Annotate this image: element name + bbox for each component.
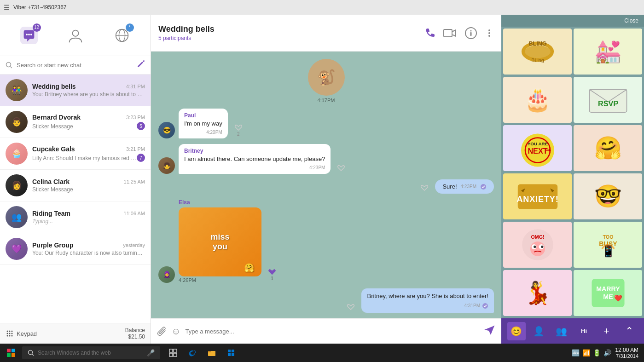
svg-rect-68 [228,353,231,356]
nav-contacts[interactable] [62,22,89,49]
sticker-collapse-button[interactable]: ⌃ [620,322,638,340]
sticker-cake[interactable]: 🎂 [503,77,572,123]
chat-item-celina[interactable]: 👩 Celina Clark 11:25 AM Sticker Message [0,170,151,201]
svg-point-26 [488,35,490,37]
taskbar-right: 🔤 📶 🔋 🔊 12:00 AM 7/31/2014 [572,347,642,359]
close-sticker-panel-button[interactable]: Close [624,17,638,24]
sticker-grid: BLING BLing 💒 🎂 RSVP [501,27,644,318]
avatar: 👫 [6,79,28,101]
call-button[interactable] [424,27,436,39]
taskbar-volume-icon: 🔊 [603,349,611,356]
chat-item-wedding-bells[interactable]: 👫 Wedding bells 4:31 PM You: Britney whe… [0,75,151,106]
app-container: 12 * [0,15,644,344]
chat-item-bernard[interactable]: 👨 Bernard Dvorak 3:23 PM Sticker Message… [0,106,151,138]
explore-badge: * [126,23,134,32]
svg-rect-67 [232,350,234,352]
menu-icon[interactable]: ☰ [4,4,10,11]
send-button[interactable] [483,323,496,339]
sticker-yay[interactable]: 💒 [574,29,642,75]
balance-display: Balance $21.50 [125,327,145,340]
info-button[interactable] [464,27,477,40]
sticker-too-busy[interactable]: TOO BUSY 📱 [574,222,642,268]
message-input[interactable] [185,328,478,335]
taskbar-file-explorer[interactable] [203,344,221,362]
clock-time: 12:00 AM [615,347,638,353]
like-icon[interactable] [268,268,276,276]
svg-text:YOU ARE: YOU ARE [527,141,548,146]
svg-point-19 [12,335,13,337]
chat-item-cupcake[interactable]: 🧁 Cupcake Gals 3:21 PM Lilly Ann: Should… [0,138,151,170]
chat-preview: Lilly Ann: Should I make my famous red v… [32,155,137,161]
more-options-button[interactable] [485,29,494,38]
start-button[interactable] [2,344,20,362]
nav-chats[interactable]: 12 [15,22,43,49]
avatar: 🧁 [6,143,28,165]
svg-point-15 [9,333,11,334]
attach-button[interactable] [157,326,167,336]
like-count: 1 [271,276,273,281]
taskbar-task-view[interactable] [164,344,182,362]
like-button[interactable] [420,184,429,192]
svg-text:📱: 📱 [601,244,615,258]
chat-preview: Sticker Message [32,186,145,193]
svg-line-9 [11,66,12,68]
balance-label: Balance [125,327,145,333]
chat-unread-badge: 7 [137,154,145,162]
chat-preview: Sticker Message [32,123,73,130]
chat-time: 3:23 PM [126,115,145,120]
chat-area: Wedding bells 5 participants [151,15,501,344]
taskbar-mic-icon[interactable]: 🎤 [147,349,155,356]
sticker-omg[interactable]: OMG! [503,222,572,268]
svg-text:MARRY: MARRY [596,285,620,293]
sticker-tab-2[interactable]: 👤 [530,322,548,340]
video-call-button[interactable] [443,28,457,39]
svg-point-11 [7,331,8,332]
chat-header: Wedding bells 5 participants [151,15,501,52]
sticker-tab-3[interactable]: 👥 [552,322,571,340]
sticker-you-are-next[interactable]: YOU ARE NEXT [503,125,572,171]
message-row-sent: Sure! 4:23PM [158,179,494,194]
svg-point-14 [7,333,8,334]
keypad-button[interactable]: Keypad [6,329,37,338]
compose-icon[interactable] [137,60,145,70]
svg-rect-58 [12,353,15,357]
search-input[interactable] [17,62,133,69]
sticker-bling-ring[interactable]: BLING BLing [503,29,572,75]
chat-list: 👫 Wedding bells 4:31 PM You: Britney whe… [0,75,151,323]
message-time: 4:23PM [461,184,476,189]
nav-explore[interactable]: * [108,22,136,49]
read-receipt-icon [482,303,488,309]
sticker-tab-4[interactable]: Hi [575,322,593,340]
like-button[interactable] [347,303,355,311]
emoji-button[interactable]: ☺ [171,326,180,337]
sticker-tab-1[interactable]: 😊 [507,322,526,340]
sticker-marry-me[interactable]: MARRY ME ❤️ [574,270,642,316]
title-bar: ☰ Viber +731-49502367 [0,0,644,15]
chat-item-riding[interactable]: 👥 Riding Team 11:06 AM Typing... [0,201,151,233]
like-button[interactable]: 2 [234,123,243,137]
sticker-rsvp[interactable]: RSVP [574,77,642,123]
like-button[interactable] [337,164,345,172]
taskbar-network-icon: 📶 [582,349,590,356]
sticker-girls[interactable]: 🤗 [574,125,642,171]
sticker-dancing[interactable]: 💃 [503,270,572,316]
avatar: 👨 [6,111,28,133]
message-time: 4:20PM [206,130,222,135]
message-text: Sure! [442,183,457,190]
svg-text:BLing: BLing [531,57,544,63]
sticker-bookworm[interactable]: 🤓 [574,173,642,219]
message-sender: Elsa [179,199,261,206]
sticker-anxiety[interactable]: ANXIETY! [503,173,572,219]
taskbar-search-input[interactable] [38,350,143,356]
message-bubble: Britney I am almost there. Can someone u… [179,144,331,174]
taskbar-edge[interactable] [183,344,202,362]
svg-text:OMG!: OMG! [531,234,544,240]
taskbar-search-box[interactable]: 🎤 [22,346,160,359]
svg-rect-69 [232,353,234,356]
taskbar-app-icons [164,344,240,362]
sticker-add-button[interactable]: + [598,322,616,340]
message-bubble-sent: Sure! 4:23PM [435,179,494,194]
chat-item-purple[interactable]: 💜 Purple Group yesterday You: Our Rudy c… [0,233,151,265]
taskbar-store[interactable] [222,344,240,362]
search-bar [0,56,151,75]
